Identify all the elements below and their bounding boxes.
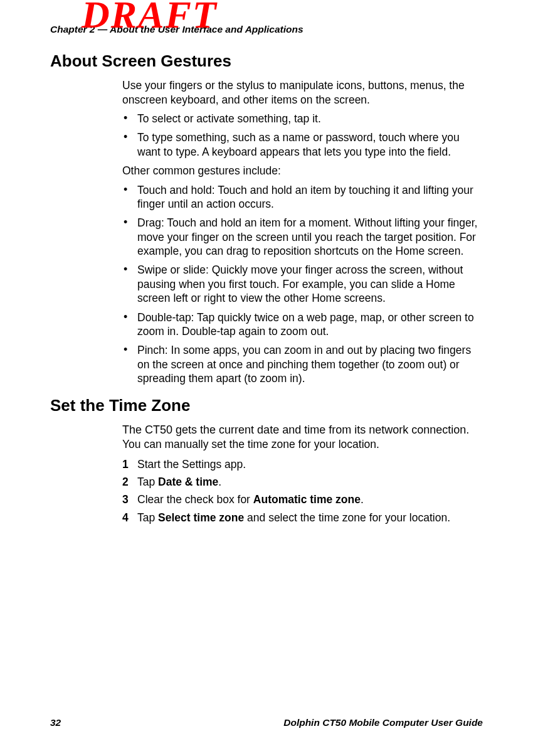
gesture-bullets: Touch and hold:Touch and hold an item by… <box>122 183 483 386</box>
gesture-item: Touch and hold:Touch and hold an item by… <box>122 183 483 211</box>
gesture-item: Swipe or slide:Quickly move your finger … <box>122 263 483 305</box>
page-number: 32 <box>50 717 61 728</box>
tz-step: 1 Start the Settings app. <box>122 457 483 471</box>
intro-paragraph: Use your fingers or the stylus to manipu… <box>122 78 483 107</box>
intro-bullet: To type something, such as a name or pas… <box>122 130 483 159</box>
section-title-timezone: Set the Time Zone <box>50 396 483 415</box>
step-text: Start the Settings app. <box>137 458 246 471</box>
tz-step: 4 Tap Select time zone and select the ti… <box>122 511 483 524</box>
tz-intro: The CT50 gets the current date and time … <box>122 423 483 452</box>
gesture-desc: In some apps, you can zoom in and out by… <box>137 344 471 385</box>
guide-title: Dolphin CT50 Mobile Computer User Guide <box>283 717 483 728</box>
step-after: . <box>361 493 364 506</box>
section-about-gestures: About Screen Gestures Use your fingers o… <box>50 51 483 386</box>
section-title-gestures: About Screen Gestures <box>50 51 483 71</box>
gesture-item: Drag:Touch and hold an item for a moment… <box>122 216 483 258</box>
gesture-name: Drag: <box>137 216 167 229</box>
step-after: . <box>218 476 221 488</box>
page-footer: 32 Dolphin CT50 Mobile Computer User Gui… <box>50 717 483 728</box>
tz-intro-2: You can manually set the time zone for y… <box>122 438 379 450</box>
draft-watermark: DRAFT <box>82 0 218 34</box>
gesture-desc: Touch and hold an item for a moment. Wit… <box>137 216 477 257</box>
page: DRAFT Chapter 2 — About the User Interfa… <box>0 0 533 756</box>
step-text: Tap <box>137 476 158 488</box>
section-body-timezone: The CT50 gets the current date and time … <box>122 423 483 524</box>
bullet-text: To type something, such as a name or pas… <box>137 131 460 157</box>
step-number: 4 <box>122 511 129 524</box>
step-bold: Select time zone <box>158 511 244 524</box>
intro-bullet: To select or activate something, tap it. <box>122 112 483 125</box>
step-bold: Date & time <box>158 476 218 488</box>
step-bold: Automatic time zone <box>253 493 361 506</box>
gesture-name: Pinch: <box>137 344 171 356</box>
step-text: Clear the check box for <box>137 493 253 506</box>
bullet-text: To select or activate something, tap it. <box>137 112 321 125</box>
common-lead: Other common gestures include: <box>122 164 483 178</box>
step-after: and select the time zone for your locati… <box>244 511 450 524</box>
gesture-name: Touch and hold: <box>137 184 218 196</box>
step-number: 1 <box>122 457 129 471</box>
gesture-name: Double-tap: <box>137 311 197 324</box>
gesture-name: Swipe or slide: <box>137 264 212 276</box>
tz-steps: 1 Start the Settings app. 2 Tap Date & t… <box>122 457 483 525</box>
section-time-zone: Set the Time Zone The CT50 gets the curr… <box>50 396 483 525</box>
step-number: 2 <box>122 475 129 489</box>
intro-bullets: To select or activate something, tap it.… <box>122 112 483 159</box>
gesture-item: Pinch:In some apps, you can zoom in and … <box>122 343 483 385</box>
step-text: Tap <box>137 511 158 524</box>
tz-step: 3 Clear the check box for Automatic time… <box>122 492 483 506</box>
tz-step: 2 Tap Date & time. <box>122 475 483 489</box>
section-body-gestures: Use your fingers or the stylus to manipu… <box>122 78 483 385</box>
step-number: 3 <box>122 492 129 506</box>
gesture-item: Double-tap:Tap quickly twice on a web pa… <box>122 311 483 339</box>
tz-intro-1: The CT50 gets the current date and time … <box>122 423 469 436</box>
